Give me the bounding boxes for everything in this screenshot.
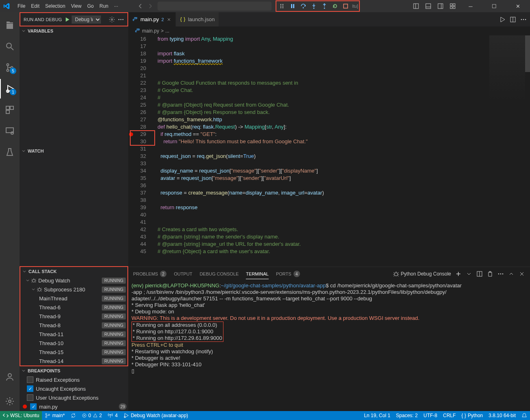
code-line[interactable]: 28def hello_chat(req: flask.Request) -> … (128, 123, 530, 131)
problems-tab[interactable]: PROBLEMS2 (133, 268, 166, 280)
code-line[interactable]: 44# @param {string} image_url the URL fo… (128, 241, 530, 248)
terminal-tab[interactable]: TERMINAL (246, 269, 269, 279)
thread-row[interactable]: Thread-14RUNNING (20, 357, 127, 365)
drag-handle-icon[interactable] (277, 2, 287, 11)
bp-raised[interactable]: Raised Exceptions (20, 375, 128, 384)
checkbox-icon[interactable] (30, 403, 37, 410)
cursor-position[interactable]: Ln 19, Col 1 (361, 411, 393, 420)
thread-row[interactable]: Thread-11RUNNING (20, 330, 127, 339)
thread-row[interactable]: Thread-8RUNNING (20, 321, 127, 330)
start-debug-icon[interactable] (64, 17, 70, 22)
terminal-select[interactable]: Python Debug Console (393, 271, 451, 277)
code-line[interactable]: 18import flask (128, 50, 530, 57)
step-over-icon[interactable] (298, 2, 308, 11)
nav-fwd-icon[interactable] (147, 3, 153, 9)
menu-view[interactable]: View (68, 0, 84, 12)
split-terminal-icon[interactable] (476, 271, 483, 277)
bp-file-row[interactable]: main.py29 (20, 402, 128, 411)
settings-gear-icon[interactable] (0, 392, 20, 411)
menu-selection[interactable]: Selection (42, 0, 68, 12)
code-line[interactable]: 37 response = create_message(name=displa… (128, 189, 530, 197)
bp-user-uncaught[interactable]: User Uncaught Exceptions (20, 393, 128, 402)
restart-icon[interactable] (330, 2, 340, 11)
breakpoints-header[interactable]: BREAKPOINTS (20, 366, 128, 375)
debug-status[interactable]: Debug Watch (avatar-app) (120, 411, 191, 420)
code-line[interactable]: 31 (128, 145, 530, 153)
thread-row[interactable]: MainThreadRUNNING (20, 294, 127, 303)
layout-icon[interactable] (413, 3, 419, 9)
terminal-output[interactable]: (env) pierrick@LAPTOP-HKU5PNNG:~/git/goo… (128, 281, 530, 411)
breadcrumb[interactable]: main.py > ... (128, 26, 530, 35)
menu-run[interactable]: Run (96, 0, 111, 12)
sync-indicator[interactable] (68, 411, 79, 420)
callstack-session[interactable]: Debug Watch RUNNING (20, 276, 127, 285)
run-debug-icon[interactable]: 1 (0, 79, 20, 98)
step-into-icon[interactable] (309, 2, 319, 11)
code-line[interactable]: 16from typing import Any, Mapping (128, 35, 530, 43)
code-line[interactable]: 27@functions_framework.http (128, 116, 530, 123)
stop-icon[interactable] (341, 2, 350, 11)
code-line[interactable]: 29 if req.method == "GET": (128, 131, 530, 138)
layout-right-icon[interactable] (437, 3, 444, 9)
code-line[interactable]: 41 (128, 219, 530, 226)
menu-···[interactable]: ··· (111, 0, 121, 12)
menu-file[interactable]: File (15, 0, 28, 12)
remote-indicator[interactable]: WSL: Ubuntu (0, 411, 42, 420)
encoding[interactable]: UTF-8 (420, 411, 440, 420)
code-editor[interactable]: 16from typing import Any, Mapping1718imp… (128, 35, 530, 267)
code-line[interactable]: 34 display_name = request_json["message"… (128, 167, 530, 175)
indentation[interactable]: Spaces: 2 (393, 411, 420, 420)
maximize-button[interactable]: ☐ (485, 0, 503, 12)
debug-config-select[interactable]: Debug Wa (72, 15, 101, 24)
chevron-down-icon[interactable] (466, 271, 472, 277)
problems-indicator[interactable]: 0 2 (79, 411, 105, 420)
debug-console-tab[interactable]: DEBUG CONSOLE (199, 269, 239, 279)
tab-launch.json[interactable]: launch.json (176, 12, 219, 26)
ports-tab[interactable]: PORTS4 (276, 268, 300, 280)
debug-settings-icon[interactable] (109, 16, 115, 23)
checkbox-icon[interactable] (27, 376, 33, 383)
minimap[interactable] (489, 35, 525, 101)
more-icon[interactable] (118, 16, 124, 23)
branch-indicator[interactable]: main* (42, 411, 68, 420)
thread-row[interactable]: Thread-9RUNNING (20, 312, 127, 321)
callstack-header[interactable]: CALL STACK (20, 267, 127, 276)
checkbox-icon[interactable] (27, 385, 33, 392)
code-line[interactable]: 45# @return {Object} a card with the use… (128, 248, 530, 255)
new-terminal-icon[interactable] (455, 271, 462, 277)
step-out-icon[interactable] (320, 2, 329, 11)
minimize-button[interactable]: ─ (462, 0, 480, 12)
panel-icon[interactable] (425, 3, 431, 9)
close-tab-icon[interactable] (166, 17, 171, 22)
ports-indicator[interactable]: 4 (105, 411, 120, 420)
kill-terminal-icon[interactable] (487, 271, 493, 277)
code-line[interactable]: 33 (128, 160, 530, 167)
eol[interactable]: CRLF (440, 411, 458, 420)
search-icon[interactable] (0, 37, 20, 56)
command-center[interactable] (158, 2, 272, 11)
checkbox-icon[interactable] (27, 394, 33, 401)
callstack-subprocess[interactable]: Subprocess 2180 RUNNING (20, 285, 127, 294)
code-line[interactable]: 25# @param {Object} req Request sent fro… (128, 101, 530, 109)
scrollbar[interactable] (525, 35, 530, 267)
customize-layout-icon[interactable] (449, 3, 456, 9)
watch-section-header[interactable]: WATCH (20, 147, 128, 155)
testing-icon[interactable] (0, 142, 20, 162)
code-line[interactable]: 21 (128, 72, 530, 79)
code-line[interactable]: 42# Creates a card with two widgets. (128, 226, 530, 233)
maximize-panel-icon[interactable] (508, 271, 515, 277)
pause-icon[interactable] (288, 2, 298, 11)
more-icon[interactable] (520, 16, 527, 23)
code-line[interactable]: 24# (128, 94, 530, 101)
language-mode[interactable]: { } Python (459, 411, 486, 420)
code-line[interactable]: 35 avatar = request_json["message"]["sen… (128, 175, 530, 182)
code-line[interactable]: 23# Google Chat. (128, 87, 530, 94)
source-control-icon[interactable]: 5 (0, 58, 20, 77)
variables-section-header[interactable]: VARIABLES (20, 26, 128, 35)
menu-edit[interactable]: Edit (28, 0, 42, 12)
code-line[interactable]: 17 (128, 43, 530, 50)
extensions-icon[interactable] (0, 100, 20, 120)
run-icon[interactable] (499, 16, 506, 23)
remote-explorer-icon[interactable] (0, 121, 20, 141)
code-line[interactable]: 36 (128, 182, 530, 189)
